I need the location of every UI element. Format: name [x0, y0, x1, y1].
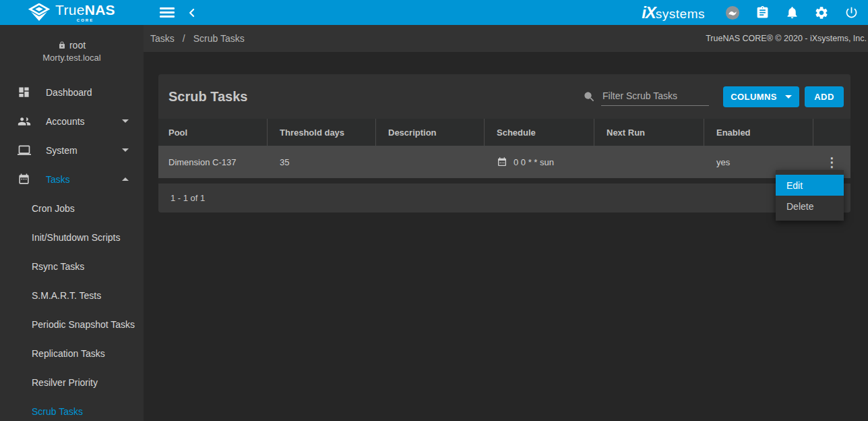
context-menu-delete[interactable]: Delete: [776, 196, 844, 217]
row-context-menu: Edit Delete: [776, 170, 844, 221]
chevron-down-icon: [785, 95, 792, 99]
topbar-actions: [725, 5, 868, 20]
filter-scrub-tasks-input[interactable]: [601, 88, 709, 106]
username: root: [69, 40, 86, 51]
column-header-threshold-days[interactable]: Threshold days: [268, 119, 376, 146]
sidebar-subitem-cron-jobs[interactable]: Cron Jobs: [0, 194, 144, 223]
column-header-schedule[interactable]: Schedule: [485, 119, 594, 146]
table-gap: [158, 178, 850, 184]
task-manager-icon[interactable]: [755, 5, 770, 20]
hostname: Morty.test.local: [42, 53, 100, 63]
sidebar-subitem-resilver-priority[interactable]: Resilver Priority: [0, 368, 144, 397]
table-header: Pool Threshold days Description Schedule…: [158, 119, 850, 146]
table-row[interactable]: Dimension C-137 35 0 0 * * sun yes ⋮: [158, 146, 850, 178]
pagination-range: 1 - 1 of 1: [170, 193, 205, 203]
sidebar-subitem-init-shutdown-scripts[interactable]: Init/Shutdown Scripts: [0, 223, 144, 252]
cell-next-run: [594, 146, 704, 178]
breadcrumb-bar: Tasks / Scrub Tasks TrueNAS CORE® © 2020…: [144, 25, 868, 52]
dashboard-icon: [18, 86, 31, 99]
column-header-next-run[interactable]: Next Run: [594, 119, 704, 146]
sidebar-item-tasks[interactable]: Tasks: [0, 165, 144, 194]
ixsystems-logo: iX systems: [642, 3, 705, 22]
truecommand-status-icon[interactable]: [725, 5, 740, 20]
sidebar-subitem-rsync-tasks[interactable]: Rsync Tasks: [0, 252, 144, 281]
chevron-down-icon: [122, 119, 129, 123]
truenas-logo: TrueNAS CORE: [0, 3, 144, 22]
sidebar-subitem-periodic-snapshot-tasks[interactable]: Periodic Snapshot Tasks: [0, 310, 144, 339]
truenas-logo-icon: [28, 3, 50, 22]
cell-pool: Dimension C-137: [158, 146, 268, 178]
copyright-text: TrueNAS CORE® © 2020 - iXsystems, Inc.: [706, 34, 867, 43]
context-menu-edit[interactable]: Edit: [776, 175, 844, 196]
scrub-tasks-card: Scrub Tasks COLUMNS ADD Pool Threshold d…: [158, 74, 850, 213]
column-header-description[interactable]: Description: [376, 119, 485, 146]
power-icon[interactable]: [844, 5, 859, 20]
search-icon: [583, 90, 596, 103]
pagination-bar: 1 - 1 of 1: [158, 184, 850, 213]
system-icon: [18, 144, 31, 157]
sidebar-subitem-scrub-tasks[interactable]: Scrub Tasks: [0, 397, 144, 421]
back-chevron-icon[interactable]: [185, 6, 199, 20]
cell-description: [376, 146, 485, 178]
chevron-down-icon: [122, 148, 129, 152]
breadcrumb-separator: /: [183, 33, 185, 44]
column-header-enabled[interactable]: Enabled: [704, 119, 813, 146]
sidebar-item-label: System: [46, 145, 122, 156]
lock-icon: [58, 41, 66, 49]
breadcrumb: Tasks / Scrub Tasks: [150, 33, 245, 44]
hamburger-menu-icon[interactable]: [160, 5, 175, 20]
sidebar-item-label: Dashboard: [46, 87, 144, 98]
columns-button[interactable]: COLUMNS: [723, 86, 799, 107]
brand-name: TrueNAS: [55, 3, 115, 17]
add-button[interactable]: ADD: [805, 86, 844, 107]
user-info: root Morty.test.local: [0, 25, 144, 78]
sidebar: root Morty.test.local Dashboard Accounts…: [0, 25, 144, 421]
tasks-calendar-icon: [18, 173, 31, 186]
top-bar: TrueNAS CORE iX systems: [0, 0, 868, 25]
column-header-pool[interactable]: Pool: [158, 119, 268, 146]
breadcrumb-tasks[interactable]: Tasks: [150, 33, 175, 44]
cell-threshold-days: 35: [268, 146, 376, 178]
sidebar-item-system[interactable]: System: [0, 136, 144, 165]
notifications-bell-icon[interactable]: [784, 5, 799, 20]
sidebar-item-dashboard[interactable]: Dashboard: [0, 78, 144, 107]
sidebar-item-accounts[interactable]: Accounts: [0, 107, 144, 136]
sidebar-item-label: Accounts: [46, 116, 122, 127]
sidebar-subitem-smart-tests[interactable]: S.M.A.R.T. Tests: [0, 281, 144, 310]
column-header-actions: [813, 119, 850, 146]
brand-edition: CORE: [77, 18, 94, 22]
accounts-icon: [18, 115, 31, 128]
cell-schedule: 0 0 * * sun: [485, 146, 594, 178]
card-header: Scrub Tasks COLUMNS ADD: [158, 74, 850, 119]
filter-field: [583, 88, 709, 106]
page-title: Scrub Tasks: [168, 89, 583, 105]
row-kebab-menu-icon[interactable]: ⋮: [822, 155, 842, 170]
calendar-icon: [497, 157, 507, 167]
sidebar-subitem-replication-tasks[interactable]: Replication Tasks: [0, 339, 144, 368]
sidebar-item-label: Tasks: [46, 174, 122, 185]
main-content: Scrub Tasks COLUMNS ADD Pool Threshold d…: [144, 52, 868, 421]
chevron-up-icon: [122, 177, 129, 181]
breadcrumb-scrub-tasks[interactable]: Scrub Tasks: [193, 33, 245, 44]
settings-gear-icon[interactable]: [814, 5, 829, 20]
